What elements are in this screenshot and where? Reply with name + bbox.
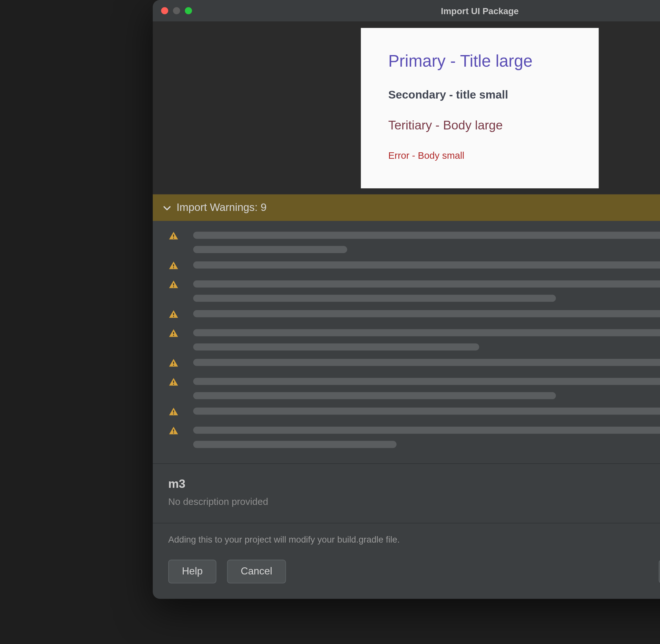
warnings-section-header[interactable]: Import Warnings: 9 — [153, 194, 660, 221]
warnings-list: Source↗Source↗Source↗Source↗Source↗Sourc… — [153, 221, 660, 464]
footer-note: Adding this to your project will modify … — [168, 534, 660, 544]
previous-button[interactable]: Previous — [658, 560, 660, 583]
warning-icon — [168, 377, 185, 387]
svg-rect-6 — [173, 313, 174, 315]
warning-icon — [168, 231, 185, 241]
warning-text-placeholder — [193, 261, 660, 269]
dialog-window: Import UI Package Primary - Title large … — [153, 0, 660, 599]
svg-rect-12 — [173, 381, 174, 383]
redacted-line — [193, 280, 660, 288]
svg-rect-13 — [173, 384, 174, 385]
svg-rect-3 — [173, 267, 174, 268]
warning-row: Source↗ — [168, 261, 660, 272]
package-description: No description provided — [168, 497, 660, 507]
warning-icon — [168, 279, 185, 290]
svg-rect-17 — [173, 433, 174, 433]
warning-icon — [168, 406, 185, 417]
redacted-line — [193, 295, 556, 302]
svg-rect-5 — [173, 286, 174, 287]
warning-text-placeholder — [193, 280, 660, 302]
redacted-line — [193, 261, 660, 269]
svg-rect-4 — [173, 283, 174, 285]
redacted-line — [193, 408, 660, 415]
window-minimize-button[interactable] — [173, 7, 180, 14]
preview-error-text: Error - Body small — [388, 151, 571, 161]
warning-row: Source↗ — [168, 310, 660, 321]
dialog-footer: Adding this to your project will modify … — [153, 523, 660, 599]
redacted-line — [193, 329, 660, 336]
svg-rect-11 — [173, 365, 174, 366]
package-name: m3 — [168, 477, 660, 491]
redacted-line — [193, 441, 396, 448]
warning-row: Source↗ — [168, 280, 660, 302]
warning-row: Source↗ — [168, 427, 660, 448]
redacted-line — [193, 359, 660, 366]
warning-row: Source↗ — [168, 329, 660, 350]
svg-rect-15 — [173, 413, 174, 414]
warning-icon — [168, 426, 185, 436]
redacted-line — [193, 232, 660, 239]
cancel-button[interactable]: Cancel — [227, 560, 286, 583]
redacted-line — [193, 246, 347, 253]
warning-text-placeholder — [193, 427, 660, 448]
svg-rect-8 — [173, 332, 174, 334]
svg-rect-1 — [173, 238, 174, 238]
window-close-button[interactable] — [161, 7, 168, 14]
warning-text-placeholder — [193, 359, 660, 366]
preview-primary-text: Primary - Title large — [388, 52, 571, 71]
warning-row: Source↗ — [168, 408, 660, 418]
warning-row: Source↗ — [168, 378, 660, 399]
svg-rect-0 — [173, 234, 174, 237]
warning-text-placeholder — [193, 408, 660, 415]
warning-text-placeholder — [193, 232, 660, 253]
preview-area: Primary - Title large Secondary - title … — [153, 22, 660, 194]
help-button[interactable]: Help — [168, 560, 216, 583]
warnings-header-label: Import Warnings: 9 — [177, 201, 266, 214]
window-zoom-button[interactable] — [185, 7, 192, 14]
redacted-line — [193, 392, 556, 399]
redacted-line — [193, 310, 660, 317]
svg-rect-2 — [173, 264, 174, 267]
warning-text-placeholder — [193, 329, 660, 350]
svg-rect-10 — [173, 362, 174, 364]
warning-row: Source↗ — [168, 232, 660, 253]
warning-row: Source↗ — [168, 359, 660, 369]
traffic-lights — [153, 7, 192, 14]
window-title: Import UI Package — [153, 6, 660, 16]
chevron-down-icon — [163, 204, 171, 211]
redacted-line — [193, 378, 660, 385]
preview-tertiary-text: Teritiary - Body large — [388, 118, 571, 132]
warning-icon — [168, 260, 185, 271]
preview-secondary-text: Secondary - title small — [388, 89, 571, 102]
warning-icon — [168, 309, 185, 319]
redacted-line — [193, 427, 660, 434]
package-info: m3 No description provided — [153, 464, 660, 524]
warning-text-placeholder — [193, 310, 660, 317]
warning-icon — [168, 328, 185, 339]
svg-rect-7 — [173, 316, 174, 317]
button-row: Help Cancel Previous Finish — [168, 560, 660, 583]
redacted-line — [193, 343, 479, 350]
warning-text-placeholder — [193, 378, 660, 399]
titlebar: Import UI Package — [153, 0, 660, 22]
preview-card: Primary - Title large Secondary - title … — [361, 28, 599, 188]
svg-rect-9 — [173, 335, 174, 336]
svg-rect-14 — [173, 410, 174, 413]
svg-rect-16 — [173, 430, 174, 432]
warning-icon — [168, 358, 185, 368]
